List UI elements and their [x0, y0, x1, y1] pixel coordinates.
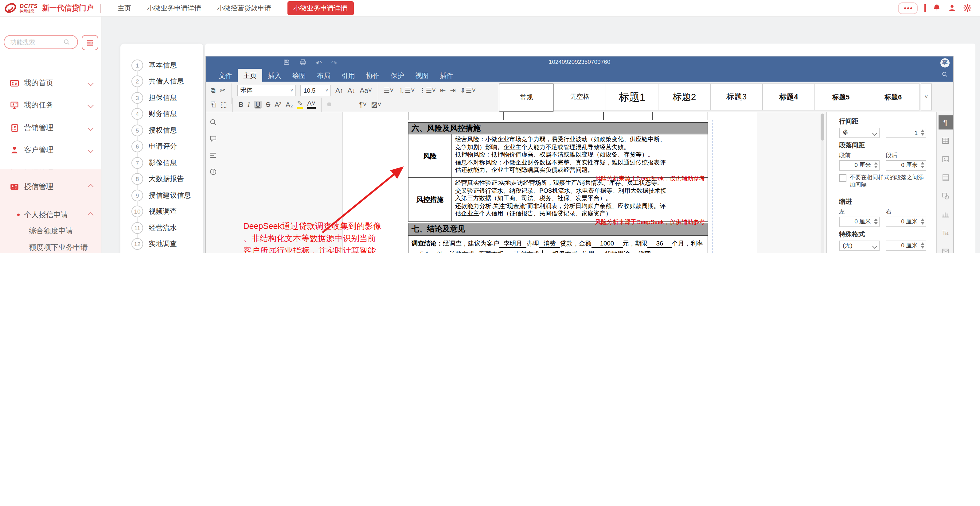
top-nav-tab[interactable]: 小微业务申请详情 — [287, 1, 353, 15]
subscript-icon[interactable]: A₂ — [286, 101, 293, 108]
style-preset[interactable]: 无空格 — [554, 84, 606, 111]
style-preset[interactable]: 标题1 — [606, 84, 659, 111]
cut-icon[interactable]: ✂ — [220, 87, 226, 94]
avatar[interactable]: 李 — [940, 58, 950, 68]
menu-collapse-button[interactable] — [82, 35, 98, 50]
step-item[interactable]: 11 经营流水 — [120, 220, 203, 236]
indent-icon[interactable]: ⇥ — [450, 87, 456, 94]
shrink-font-icon[interactable]: A↓ — [348, 87, 356, 94]
redo-icon[interactable]: ↷ — [331, 59, 337, 68]
editor-menu-tab[interactable]: 布局 — [312, 69, 336, 83]
sidebar-item-customers[interactable]: 客户管理 — [0, 141, 101, 159]
line-spacing-icon[interactable]: ⇕☰˅ — [460, 87, 476, 94]
style-gallery-expand-icon[interactable]: ˅ — [921, 84, 932, 111]
paste-icon[interactable]: ⎗ — [211, 101, 216, 108]
comment-icon[interactable] — [210, 135, 217, 143]
step-item[interactable]: 10 视频调查 — [120, 203, 203, 220]
select-icon[interactable]: ⬚ — [221, 101, 227, 108]
copy-icon[interactable]: ⧉ — [211, 87, 216, 94]
style-preset[interactable]: 标题2 — [658, 84, 711, 111]
sidebar-subitem[interactable]: 综合额度申请 — [29, 226, 73, 236]
underline-icon[interactable]: U — [254, 100, 262, 108]
special-format-select[interactable]: (无) — [839, 241, 880, 251]
editor-search-icon[interactable] — [942, 71, 948, 77]
chart-panel-icon[interactable] — [938, 208, 952, 222]
multilevel-list-icon[interactable]: ⋮☰˅ — [419, 87, 436, 94]
step-item[interactable]: 2 共借人信息 — [120, 73, 203, 90]
special-format-stepper[interactable]: 0 厘米 — [886, 241, 926, 251]
sidebar-item-credit[interactable]: 授信管理 — [0, 178, 101, 196]
editor-menu-tab[interactable]: 引用 — [336, 69, 361, 83]
sidebar-item-tasks[interactable]: 我的任务 — [0, 96, 101, 114]
table-panel-icon[interactable] — [938, 134, 952, 148]
style-preset[interactable]: 标题3 — [710, 84, 763, 111]
justify-icon[interactable] — [351, 103, 355, 106]
superscript-icon[interactable]: A² — [275, 101, 281, 108]
align-right-icon[interactable] — [343, 103, 347, 106]
highlight-icon[interactable]: ✎ — [297, 100, 303, 109]
italic-icon[interactable]: I — [248, 101, 250, 108]
style-preset[interactable]: 标题4 — [762, 84, 815, 111]
step-item[interactable]: 4 财务信息 — [120, 106, 203, 122]
line-spacing-stepper[interactable]: 1 — [886, 128, 926, 138]
vertical-scrollbar[interactable] — [821, 114, 824, 253]
bold-icon[interactable]: B — [238, 101, 243, 108]
sidebar-item-home[interactable]: 我的首页 — [0, 74, 101, 92]
sidebar-item-marketing[interactable]: 营销管理 — [0, 119, 101, 137]
font-name-select[interactable]: 宋体˅ — [237, 84, 296, 96]
indent-left-stepper[interactable]: 0 厘米 — [839, 217, 880, 227]
line-spacing-select[interactable]: 多 — [839, 128, 880, 138]
step-item[interactable]: 13 调查报告 — [120, 252, 203, 253]
spacing-after-stepper[interactable]: 0 厘米 — [886, 160, 926, 171]
editor-menu-tab[interactable]: 主页 — [238, 69, 262, 83]
info-icon[interactable] — [210, 168, 217, 176]
print-icon[interactable] — [299, 59, 307, 66]
step-item[interactable]: 1 基本信息 — [120, 57, 203, 73]
textart-panel-icon[interactable]: Ta — [938, 226, 952, 240]
editor-menu-tab[interactable]: 协作 — [361, 69, 385, 83]
gear-icon[interactable] — [963, 4, 972, 12]
top-nav-tab[interactable]: 主页 — [118, 3, 131, 13]
spacing-before-stepper[interactable]: 0 厘米 — [839, 160, 880, 171]
grow-font-icon[interactable]: A↑ — [336, 87, 344, 94]
shading-icon[interactable]: ▨˅ — [371, 101, 382, 108]
no-gap-checkbox[interactable]: 不要在相同样式的段落之间添加间隔 — [839, 174, 929, 189]
editor-menu-tab[interactable]: 插入 — [262, 69, 287, 83]
paragraph-marks-icon[interactable]: ¶˅ — [359, 101, 367, 108]
indent-right-stepper[interactable]: 0 厘米 — [886, 217, 926, 227]
mailmerge-panel-icon[interactable] — [938, 244, 952, 253]
undo-icon[interactable]: ↶ — [316, 59, 322, 68]
change-case-icon[interactable]: Aa˅ — [360, 87, 372, 94]
bell-icon[interactable] — [932, 4, 941, 12]
find-icon[interactable] — [210, 119, 217, 126]
editor-menu-tab[interactable]: 保护 — [385, 69, 410, 83]
align-center-icon[interactable] — [335, 103, 339, 106]
editor-menu-tab[interactable]: 文件 — [213, 69, 238, 83]
shape-panel-icon[interactable] — [938, 189, 952, 203]
outdent-icon[interactable]: ⇤ — [440, 87, 445, 94]
align-left-icon[interactable] — [327, 103, 331, 106]
step-item[interactable]: 8 大数据报告 — [120, 171, 203, 187]
search-input[interactable] — [9, 38, 63, 46]
sidebar-subitem[interactable]: 额度项下业务申请 — [29, 243, 88, 253]
step-item[interactable]: 9 授信建议信息 — [120, 187, 203, 203]
strikethrough-icon[interactable]: S — [266, 101, 270, 108]
conclusion-paragraph[interactable]: 调查结论：经调查，建议为客户李明月办理消费贷款，金额1000元，期限36个月，利… — [408, 236, 708, 253]
font-color-icon[interactable]: A˅ — [307, 100, 316, 109]
editor-menu-tab[interactable]: 插件 — [434, 69, 459, 83]
step-item[interactable]: 6 申请评分 — [120, 138, 203, 155]
header-footer-panel-icon[interactable] — [938, 171, 952, 185]
top-nav-tab[interactable]: 小微经营贷款申请 — [217, 3, 271, 13]
user-icon[interactable] — [948, 4, 956, 12]
image-panel-icon[interactable] — [938, 152, 952, 166]
editor-menu-tab[interactable]: 视图 — [410, 69, 434, 83]
more-ellipsis-button[interactable] — [898, 2, 918, 14]
style-preset[interactable]: 标题6 — [867, 84, 920, 111]
top-nav-tab[interactable]: 小微业务申请详情 — [147, 3, 201, 13]
editor-menu-tab[interactable]: 绘图 — [287, 69, 312, 83]
function-search[interactable] — [4, 35, 78, 49]
headings-nav-icon[interactable] — [210, 152, 217, 159]
step-item[interactable]: 5 授权信息 — [120, 122, 203, 138]
paragraph-panel-icon[interactable]: ¶ — [938, 115, 952, 130]
save-icon[interactable] — [283, 59, 290, 66]
